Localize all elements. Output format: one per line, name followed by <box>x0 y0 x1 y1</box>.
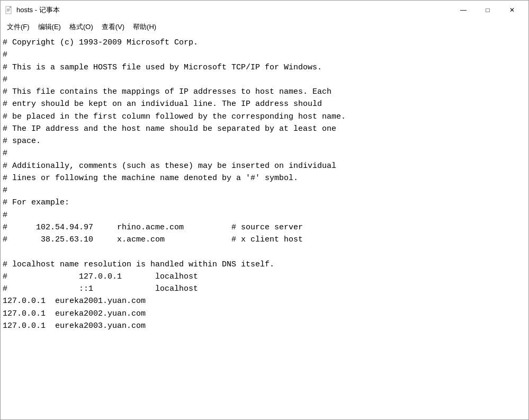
title-bar-left: hosts - 记事本 <box>5 5 60 15</box>
editor-content[interactable]: # Copyright (c) 1993-2009 Microsoft Corp… <box>3 37 526 417</box>
menu-edit[interactable]: 编辑(E) <box>34 21 65 33</box>
menu-view[interactable]: 查看(V) <box>97 21 129 33</box>
menu-format[interactable]: 格式(O) <box>65 21 97 33</box>
editor-area[interactable]: # Copyright (c) 1993-2009 Microsoft Corp… <box>1 34 528 419</box>
minimize-button[interactable]: — <box>451 2 476 18</box>
notepad-window: hosts - 记事本 — □ ✕ 文件(F) 编辑(E) 格式(O) 查看(V… <box>0 0 529 420</box>
title-bar: hosts - 记事本 — □ ✕ <box>1 1 528 20</box>
svg-rect-1 <box>10 6 11 8</box>
maximize-button[interactable]: □ <box>476 2 500 18</box>
menu-bar: 文件(F) 编辑(E) 格式(O) 查看(V) 帮助(H) <box>1 20 528 34</box>
menu-help[interactable]: 帮助(H) <box>129 21 160 33</box>
menu-file[interactable]: 文件(F) <box>3 21 34 33</box>
close-button[interactable]: ✕ <box>500 2 524 18</box>
app-icon <box>5 6 13 14</box>
title-buttons: — □ ✕ <box>451 2 524 18</box>
window-title: hosts - 记事本 <box>16 5 60 15</box>
